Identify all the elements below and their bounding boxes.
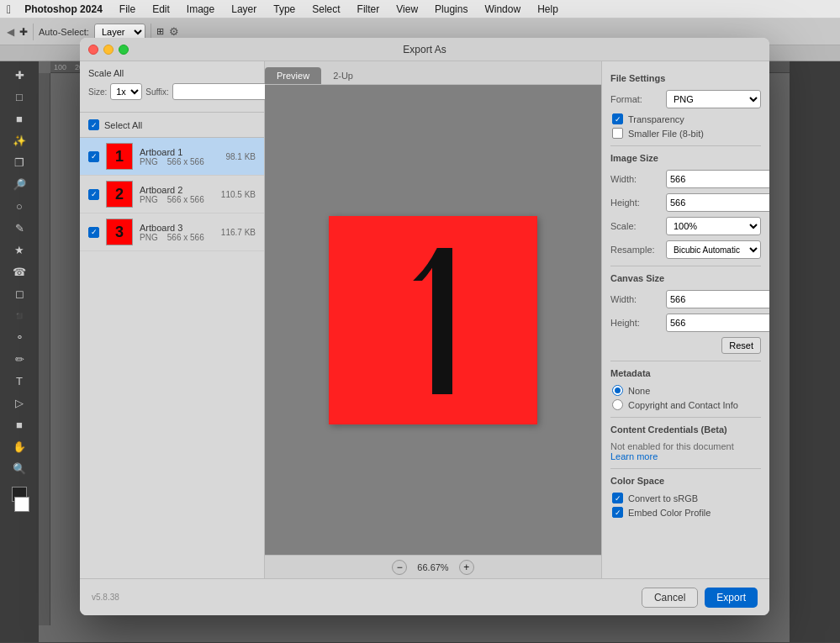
format-label: Format: — [610, 94, 661, 104]
maximize-button[interactable] — [119, 45, 129, 55]
canvas-reset-button[interactable]: Reset — [721, 337, 761, 354]
height-row: Height: px — [610, 193, 761, 212]
embed-profile-row: Embed Color Profile — [610, 507, 761, 518]
apple-icon[interactable]:  — [7, 3, 11, 16]
canvas-width-input[interactable] — [666, 290, 769, 308]
preview-artwork — [329, 216, 537, 424]
tab-preview[interactable]: Preview — [265, 67, 321, 84]
artboard-item[interactable]: 2 Artboard 2 PNG 566 x 566 110.5 KB — [80, 176, 264, 213]
menubar-select[interactable]: Select — [309, 3, 343, 15]
scale-select[interactable]: 50% 75% 100% 150% 200% — [666, 217, 761, 235]
move-tool-icon[interactable]: ✚ — [19, 26, 28, 38]
height-input[interactable] — [666, 193, 769, 212]
dodge-tool-btn[interactable]: ⚬ — [9, 327, 29, 347]
export-button[interactable]: Export — [705, 588, 758, 608]
clone-stamp-btn[interactable]: ★ — [9, 240, 29, 260]
preview-footer: − 66.67% + — [265, 555, 601, 578]
cancel-button[interactable]: Cancel — [642, 588, 698, 608]
eyedropper-btn[interactable]: 🔎 — [9, 174, 29, 194]
background-color[interactable] — [14, 497, 29, 512]
file-settings-title: File Settings — [610, 73, 761, 83]
dialog-footer: v5.8.38 Cancel Export — [80, 578, 769, 615]
smaller-file-checkbox[interactable] — [612, 128, 623, 139]
footer-buttons: Cancel Export — [642, 588, 758, 608]
menubar-file[interactable]: File — [116, 3, 139, 15]
menubar-app-name[interactable]: Photoshop 2024 — [21, 3, 106, 15]
canvas-height-label: Height: — [610, 318, 661, 328]
menubar-help[interactable]: Help — [534, 3, 562, 15]
menubar-view[interactable]: View — [393, 3, 421, 15]
canvas-height-input[interactable] — [666, 314, 769, 332]
content-credentials-status: Not enabled for this document — [610, 441, 761, 451]
artboard-1-checkbox[interactable] — [88, 151, 99, 162]
preview-canvas — [265, 85, 601, 555]
brush-tool-btn[interactable]: ✎ — [9, 218, 29, 238]
canvas-size-title: Canvas Size — [610, 273, 761, 283]
ruler-vertical — [39, 73, 50, 625]
type-tool-btn[interactable]: T — [9, 371, 29, 391]
history-brush-btn[interactable]: ☎ — [9, 261, 29, 282]
export-as-dialog: Export As Scale All Size: 1x 2x 3x Suffi… — [80, 38, 769, 615]
artboard-3-checkbox[interactable] — [88, 227, 99, 238]
magic-wand-btn[interactable]: ✨ — [9, 130, 29, 150]
toolbar-settings-icon[interactable]: ⚙ — [169, 25, 179, 38]
menubar-layer[interactable]: Layer — [228, 3, 260, 15]
minimize-button[interactable] — [103, 45, 114, 55]
size-select[interactable]: 1x 2x 3x — [110, 83, 142, 100]
metadata-copyright-row: Copyright and Contact Info — [610, 399, 761, 410]
crop-tool-btn[interactable]: ❐ — [9, 152, 29, 172]
lasso-tool-btn[interactable]: ■ — [9, 108, 29, 129]
artboard-2-checkbox[interactable] — [88, 189, 99, 200]
learn-more-link[interactable]: Learn more — [610, 451, 658, 461]
menubar-image[interactable]: Image — [183, 3, 218, 15]
transform-controls[interactable]: ⊞ — [156, 26, 164, 37]
embed-profile-checkbox[interactable] — [612, 507, 623, 518]
metadata-copyright-radio[interactable] — [612, 399, 623, 410]
canvas-width-label: Width: — [610, 294, 661, 304]
artboard-item[interactable]: 1 Artboard 1 PNG 566 x 566 98.1 KB — [80, 138, 264, 176]
menubar-edit[interactable]: Edit — [149, 3, 173, 15]
divider-5 — [610, 468, 761, 469]
zoom-in-button[interactable]: + — [459, 560, 474, 575]
scale-all-title: Scale All — [88, 68, 256, 78]
dialog-titlebar: Export As — [80, 38, 769, 61]
right-panel — [790, 61, 840, 642]
resample-select[interactable]: Bicubic Automatic Bicubic Bilinear Neare… — [666, 240, 761, 259]
transparency-checkbox[interactable] — [612, 113, 623, 124]
metadata-none-radio[interactable] — [612, 385, 623, 396]
preview-image — [329, 216, 537, 424]
select-all-checkbox[interactable] — [88, 119, 99, 130]
convert-srgb-checkbox[interactable] — [612, 493, 623, 503]
pen-tool-btn[interactable]: ✏ — [9, 349, 29, 369]
hand-tool-btn[interactable]: ✋ — [9, 436, 29, 456]
artboard-1-meta: PNG 566 x 566 — [140, 157, 219, 166]
artboard-2-info: Artboard 2 PNG 566 x 566 — [140, 185, 214, 204]
size-label: Size: — [88, 87, 107, 97]
artboard-item[interactable]: 3 Artboard 3 PNG 566 x 566 116.7 KB — [80, 213, 264, 251]
tab-2up[interactable]: 2-Up — [321, 67, 365, 84]
menubar-filter[interactable]: Filter — [354, 3, 383, 15]
artboard-1-info: Artboard 1 PNG 566 x 566 — [140, 147, 219, 166]
metadata-none-label: None — [628, 386, 650, 396]
shape-tool-btn[interactable]: ■ — [9, 414, 29, 435]
width-input[interactable] — [666, 170, 769, 188]
zoom-tool-btn[interactable]: 🔍 — [9, 458, 29, 478]
close-button[interactable] — [88, 45, 98, 55]
toolbar-back-icon[interactable]: ◀ — [7, 26, 14, 38]
color-space-title: Color Space — [610, 476, 761, 486]
artboard-1-filesize: 98.1 KB — [225, 152, 256, 161]
path-selection-btn[interactable]: ▷ — [9, 393, 29, 413]
menubar:  Photoshop 2024 File Edit Image Layer T… — [0, 0, 840, 18]
marquee-tool-btn[interactable]: □ — [9, 87, 29, 107]
zoom-out-button[interactable]: − — [392, 560, 407, 575]
healing-brush-btn[interactable]: ○ — [9, 196, 29, 216]
move-tool-btn[interactable]: ✚ — [9, 65, 29, 85]
menubar-type[interactable]: Type — [270, 3, 298, 15]
scale-row: Scale: 50% 75% 100% 150% 200% — [610, 217, 761, 235]
format-select[interactable]: PNG JPEG GIF SVG WEBP — [666, 90, 761, 108]
menubar-plugins[interactable]: Plugins — [431, 3, 471, 15]
eraser-btn[interactable]: ◻ — [9, 283, 29, 303]
menubar-window[interactable]: Window — [481, 3, 524, 15]
gradient-tool-btn[interactable]: ◾ — [9, 305, 29, 325]
divider-1 — [610, 145, 761, 146]
